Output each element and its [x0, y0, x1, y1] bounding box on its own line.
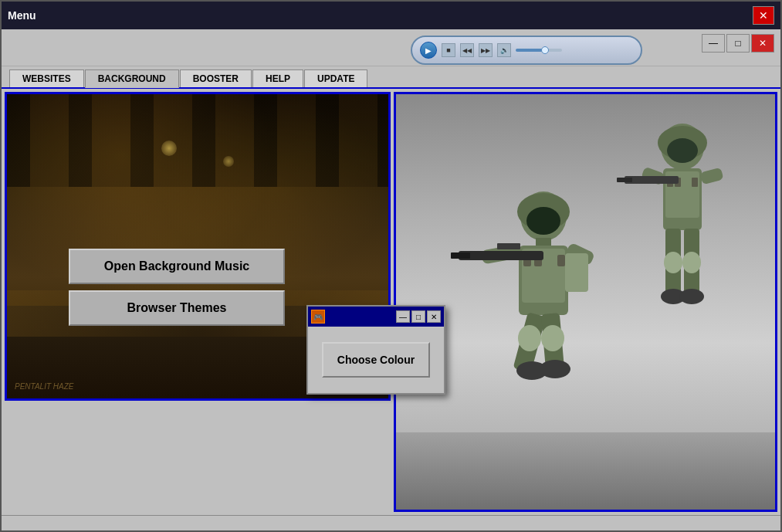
svg-rect-9: [699, 168, 723, 185]
svg-rect-31: [497, 243, 520, 249]
game-overlay-text: PENTALIT HAZE: [15, 382, 74, 391]
tab-booster[interactable]: BOOSTER: [180, 69, 252, 87]
light-spot-2: [223, 156, 234, 167]
prev-button[interactable]: ◀◀: [460, 43, 474, 57]
close-button[interactable]: ✕: [751, 34, 774, 53]
svg-point-20: [526, 207, 560, 235]
svg-point-37: [541, 325, 564, 351]
left-buttons: Open Background Music Browser Themes: [69, 249, 285, 326]
svg-rect-29: [459, 251, 543, 260]
svg-point-35: [540, 360, 570, 378]
svg-rect-7: [692, 178, 698, 187]
popup-close-button[interactable]: ✕: [427, 310, 441, 323]
choose-colour-button[interactable]: Choose Colour: [322, 342, 430, 378]
popup-maximize-button[interactable]: □: [411, 310, 425, 323]
window-controls: — □ ✕: [702, 34, 774, 53]
volume-button[interactable]: 🔊: [497, 43, 511, 57]
media-player: ▶ ■ ◀◀ ▶▶ 🔊: [411, 36, 642, 65]
window-title: Menu: [8, 9, 36, 22]
svg-point-17: [682, 252, 701, 273]
stop-button[interactable]: ■: [442, 43, 455, 57]
top-toolbar: ▶ ■ ◀◀ ▶▶ 🔊 — □ ✕: [2, 29, 780, 66]
maximize-button[interactable]: □: [726, 34, 750, 53]
tab-websites[interactable]: WEBSITES: [9, 69, 84, 87]
next-button[interactable]: ▶▶: [479, 43, 493, 57]
popup-window: 🎮 — □ ✕ Choose Colour: [306, 305, 445, 395]
right-panel: [394, 92, 777, 512]
popup-controls: — □ ✕: [396, 310, 441, 323]
popup-content: Choose Colour: [308, 327, 444, 393]
svg-rect-11: [617, 178, 632, 182]
svg-rect-38: [565, 253, 588, 292]
popup-minimize-button[interactable]: —: [396, 310, 410, 323]
svg-point-2: [667, 138, 698, 163]
volume-thumb: [541, 46, 549, 54]
title-bar-left: Menu: [8, 9, 36, 22]
tab-background[interactable]: BACKGROUND: [85, 69, 179, 88]
browser-themes-button[interactable]: Browser Themes: [69, 290, 285, 326]
volume-slider[interactable]: [516, 49, 562, 52]
content-area: Open Background Music Browser Themes PEN…: [2, 89, 780, 515]
title-bar-close-button[interactable]: ✕: [753, 6, 774, 25]
svg-rect-30: [451, 252, 470, 259]
bottom-bar: [2, 515, 780, 530]
main-window: Menu ✕ ▶ ■ ◀◀ ▶▶ 🔊 — □ ✕ WEBSITES BACKGR…: [0, 0, 782, 532]
svg-rect-10: [625, 176, 679, 184]
svg-point-36: [518, 325, 541, 351]
title-bar: Menu ✕: [2, 2, 780, 29]
soldiers-graphic: [428, 89, 775, 510]
svg-point-15: [679, 289, 704, 304]
svg-rect-26: [557, 255, 565, 266]
popup-icon: 🎮: [311, 310, 325, 324]
svg-point-16: [664, 252, 682, 273]
minimize-button[interactable]: —: [702, 34, 725, 53]
play-button[interactable]: ▶: [420, 42, 437, 59]
tab-update[interactable]: UPDATE: [304, 69, 367, 87]
popup-icon-symbol: 🎮: [313, 313, 323, 321]
tab-help[interactable]: HELP: [252, 69, 303, 87]
popup-title-bar: 🎮 — □ ✕: [308, 307, 444, 327]
light-spot-1: [161, 141, 177, 156]
open-bg-music-button[interactable]: Open Background Music: [69, 249, 285, 284]
tab-bar: WEBSITES BACKGROUND BOOSTER HELP UPDATE: [2, 66, 780, 89]
